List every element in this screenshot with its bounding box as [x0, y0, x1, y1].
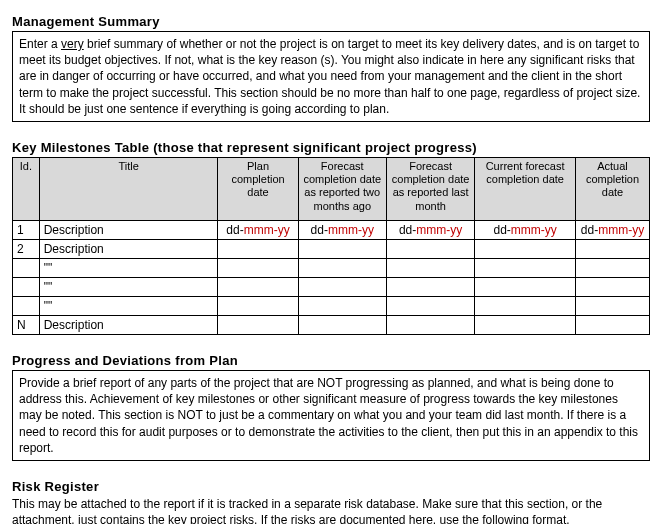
cell-actual: dd-mmm-yy	[575, 220, 649, 239]
cell-title: Description	[39, 220, 218, 239]
cell-id: 2	[13, 239, 40, 258]
cell-actual	[575, 258, 649, 277]
table-row: 1Descriptiondd-mmm-yydd-mmm-yydd-mmm-yyd…	[13, 220, 650, 239]
management-summary-text-underlined: very	[61, 37, 84, 51]
cell-fc1	[386, 296, 474, 315]
management-summary-heading: Management Summary	[12, 14, 650, 29]
management-summary-box: Enter a very brief summary of whether or…	[12, 31, 650, 122]
cell-curr	[475, 258, 576, 277]
cell-curr	[475, 315, 576, 334]
milestones-tbody: 1Descriptiondd-mmm-yydd-mmm-yydd-mmm-yyd…	[13, 220, 650, 334]
cell-title: Description	[39, 239, 218, 258]
table-row: 2Description	[13, 239, 650, 258]
table-header-row: Id. Title Plan completion date Forecast …	[13, 157, 650, 220]
col-plan: Plan completion date	[218, 157, 298, 220]
cell-fc1	[386, 277, 474, 296]
cell-fc2	[298, 239, 386, 258]
cell-title: Description	[39, 315, 218, 334]
col-curr: Current forecast completion date	[475, 157, 576, 220]
col-fc1: Forecast completion date as reported las…	[386, 157, 474, 220]
milestones-table: Id. Title Plan completion date Forecast …	[12, 157, 650, 335]
progress-heading: Progress and Deviations from Plan	[12, 353, 650, 368]
cell-fc2	[298, 315, 386, 334]
progress-text: Provide a brief report of any parts of t…	[19, 376, 638, 455]
cell-id: N	[13, 315, 40, 334]
cell-actual	[575, 239, 649, 258]
cell-plan: dd-mmm-yy	[218, 220, 298, 239]
cell-fc2	[298, 277, 386, 296]
cell-fc2	[298, 258, 386, 277]
table-row: NDescription	[13, 315, 650, 334]
cell-actual	[575, 315, 649, 334]
cell-title: ""	[39, 258, 218, 277]
cell-fc1: dd-mmm-yy	[386, 220, 474, 239]
table-row: ""	[13, 258, 650, 277]
table-row: ""	[13, 277, 650, 296]
col-id: Id.	[13, 157, 40, 220]
management-summary-text-post: brief summary of whether or not the proj…	[19, 37, 640, 116]
cell-fc1	[386, 258, 474, 277]
cell-id: 1	[13, 220, 40, 239]
cell-actual	[575, 296, 649, 315]
cell-id	[13, 296, 40, 315]
cell-plan	[218, 277, 298, 296]
col-title: Title	[39, 157, 218, 220]
cell-plan	[218, 315, 298, 334]
cell-actual	[575, 277, 649, 296]
cell-fc1	[386, 315, 474, 334]
cell-fc2	[298, 296, 386, 315]
risk-text: This may be attached to the report if it…	[12, 496, 650, 524]
cell-title: ""	[39, 296, 218, 315]
cell-plan	[218, 239, 298, 258]
cell-id	[13, 258, 40, 277]
cell-fc1	[386, 239, 474, 258]
management-summary-text-pre: Enter a	[19, 37, 61, 51]
cell-curr	[475, 296, 576, 315]
col-fc2: Forecast completion date as reported two…	[298, 157, 386, 220]
cell-curr	[475, 277, 576, 296]
cell-plan	[218, 258, 298, 277]
milestones-heading: Key Milestones Table (those that represe…	[12, 140, 650, 155]
risk-heading: Risk Register	[12, 479, 650, 494]
cell-title: ""	[39, 277, 218, 296]
progress-box: Provide a brief report of any parts of t…	[12, 370, 650, 461]
cell-fc2: dd-mmm-yy	[298, 220, 386, 239]
cell-curr: dd-mmm-yy	[475, 220, 576, 239]
cell-curr	[475, 239, 576, 258]
cell-plan	[218, 296, 298, 315]
table-row: ""	[13, 296, 650, 315]
col-actual: Actual completion date	[575, 157, 649, 220]
cell-id	[13, 277, 40, 296]
